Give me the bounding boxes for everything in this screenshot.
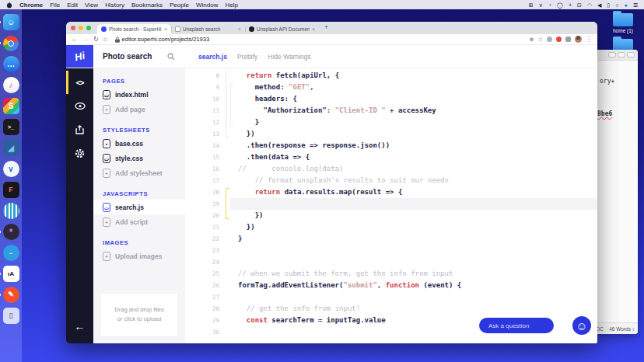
spotlight-icon[interactable]: ○: [615, 2, 618, 8]
adblock-extension-icon[interactable]: [556, 37, 562, 42]
menubar-item-help[interactable]: Help: [225, 2, 237, 9]
prettify-button[interactable]: Prettify: [237, 53, 257, 61]
writer-toolbar-button[interactable]: [627, 52, 635, 57]
sidebar-item-index-html[interactable]: index.html: [103, 87, 185, 102]
dock-item-trash[interactable]: ▯: [3, 308, 19, 324]
code-line[interactable]: 19: [185, 198, 597, 210]
code-line[interactable]: 11 "Authorization": "Client-ID " + acces…: [185, 105, 597, 117]
profile-avatar[interactable]: [575, 36, 582, 43]
bookmark-star-icon[interactable]: ☆: [538, 37, 543, 43]
menubar-item-chrome[interactable]: Chrome: [19, 2, 43, 9]
dock-item-slack[interactable]: S: [3, 98, 19, 114]
code-line[interactable]: 27: [185, 291, 597, 303]
dock-item-terminal[interactable]: >_: [3, 119, 19, 135]
minimize-window-button[interactable]: [79, 26, 83, 30]
help-smiley-button[interactable]: ☺: [572, 316, 591, 335]
menubar-item-bookmarks[interactable]: Bookmarks: [131, 2, 163, 9]
reload-button[interactable]: ↻: [93, 36, 99, 43]
close-window-button[interactable]: [71, 26, 75, 30]
menubar-item-people[interactable]: People: [170, 2, 189, 9]
dock-item-chrome[interactable]: [3, 35, 19, 51]
dock-item-figma[interactable]: F: [3, 182, 19, 198]
publish-button[interactable]: [66, 120, 93, 140]
code-line[interactable]: 13 }): [185, 128, 597, 140]
code-line[interactable]: 9 method: "GET",: [185, 82, 597, 93]
siri-icon[interactable]: ●: [624, 2, 627, 8]
dock-item-vscode[interactable]: ◢: [3, 140, 19, 156]
code-line[interactable]: 22}: [185, 233, 597, 245]
dock-item-finder[interactable]: ☺: [3, 14, 19, 30]
sidebar-item-upload-images[interactable]: Upload images: [103, 249, 185, 263]
code-line[interactable]: 8 return fetch(apiUrl, {: [185, 70, 597, 82]
dock-item-ia-writer[interactable]: ıA: [3, 266, 19, 282]
sidebar-item-style-css[interactable]: style.css: [103, 151, 185, 165]
menubar-item-edit[interactable]: Edit: [67, 2, 78, 9]
code-line[interactable]: 15 .then(data => {: [185, 151, 597, 163]
code-line[interactable]: 16// console.log(data): [185, 163, 597, 175]
writer-toolbar-button[interactable]: [608, 52, 616, 57]
code-line[interactable]: 21 }): [185, 221, 597, 233]
code-line[interactable]: 20 }): [185, 210, 597, 221]
menubar-item-window[interactable]: Window: [196, 2, 218, 9]
display-icon[interactable]: ⊡: [577, 2, 582, 8]
sidebar-item-add-page[interactable]: Add page: [103, 102, 185, 117]
timer-icon[interactable]: ◔: [548, 2, 551, 8]
browser-menu-icon[interactable]: ⋮: [586, 36, 592, 43]
plus-icon[interactable]: +: [569, 2, 572, 8]
back-button[interactable]: ←: [72, 36, 78, 43]
hide-warnings-button[interactable]: Hide Warnings: [268, 53, 310, 61]
browser-tab[interactable]: Unsplash API Documentation×: [245, 24, 319, 34]
apple-menu-icon[interactable]: [6, 2, 12, 9]
sidebar-item-search-js[interactable]: search.js: [93, 200, 185, 214]
screen-share-icon[interactable]: ⊞: [529, 2, 534, 8]
dock-item-stripes-app[interactable]: [3, 203, 19, 219]
menubar-item-view[interactable]: View: [85, 2, 98, 9]
menubar-item-file[interactable]: File: [50, 2, 60, 9]
code-line[interactable]: 14 .then(response => response.json()): [185, 140, 597, 151]
zoom-window-button[interactable]: [86, 26, 91, 30]
home-button[interactable]: ⌂: [103, 36, 107, 43]
dock-item-pen-app[interactable]: ✎: [3, 287, 19, 303]
ask-question-button[interactable]: Ask a question: [479, 318, 554, 333]
browser-tab[interactable]: Unsplash search×: [171, 24, 245, 34]
battery-icon[interactable]: ▯: [607, 2, 610, 8]
dock-item-music[interactable]: ♪: [3, 77, 19, 93]
dock-item-twitterrific[interactable]: ••: [3, 245, 19, 261]
code-editor[interactable]: 8 return fetch(apiUrl, {9 method: "GET",…: [185, 68, 597, 343]
volume-icon[interactable]: ◀: [597, 2, 601, 8]
code-line[interactable]: 26formTag.addEventListener("submit", fun…: [185, 280, 597, 291]
zoom-icon[interactable]: ⊕: [530, 37, 534, 43]
settings-button[interactable]: [66, 143, 93, 163]
forward-button[interactable]: →: [82, 36, 89, 43]
new-tab-button[interactable]: +: [324, 23, 328, 31]
code-line[interactable]: 25// when we submit the form, get the in…: [185, 268, 597, 280]
sidebar-item-base-css[interactable]: base.css: [103, 136, 185, 151]
writer-toolbar-button[interactable]: [618, 52, 625, 57]
code-line[interactable]: 12 }: [185, 117, 597, 128]
dock-item-download-circle-app[interactable]: ∨: [3, 161, 19, 177]
control-center-icon[interactable]: ☰: [633, 2, 638, 8]
desktop-folder-home[interactable]: [613, 13, 633, 26]
wifi-icon[interactable]: ◠: [587, 2, 592, 8]
writer-word-count[interactable]: 46 Words ↕: [609, 326, 635, 332]
tab-close-icon[interactable]: ×: [238, 26, 241, 32]
tab-close-icon[interactable]: ×: [312, 26, 315, 32]
dock-item-messages[interactable]: …: [3, 56, 19, 72]
dropdown-v-icon[interactable]: ∨: [539, 2, 543, 8]
circle-icon[interactable]: ◯: [557, 2, 563, 8]
menubar-item-history[interactable]: History: [105, 2, 124, 9]
superhi-logo[interactable]: Hi: [66, 45, 93, 68]
code-line[interactable]: 24: [185, 256, 597, 268]
code-line[interactable]: 23: [185, 245, 597, 256]
tab-search-js[interactable]: search.js: [198, 53, 227, 61]
extension-icon[interactable]: [547, 37, 552, 42]
dock-item-design-app[interactable]: *: [3, 224, 19, 240]
sidebar-item-add-stylesheet[interactable]: Add stylesheet: [103, 165, 185, 180]
extension-icon[interactable]: [565, 37, 571, 42]
tab-close-icon[interactable]: ×: [164, 26, 167, 32]
background-writer-window[interactable]: ery+ 8be6 OC 46 Words ↕: [593, 50, 638, 334]
code-view-button[interactable]: <>: [66, 72, 93, 92]
address-bar[interactable]: editor.superhi.com/projects/21933: [112, 36, 525, 43]
back-arrow-button[interactable]: ←: [66, 320, 93, 332]
sidebar-item-add-script[interactable]: Add script: [103, 214, 185, 229]
